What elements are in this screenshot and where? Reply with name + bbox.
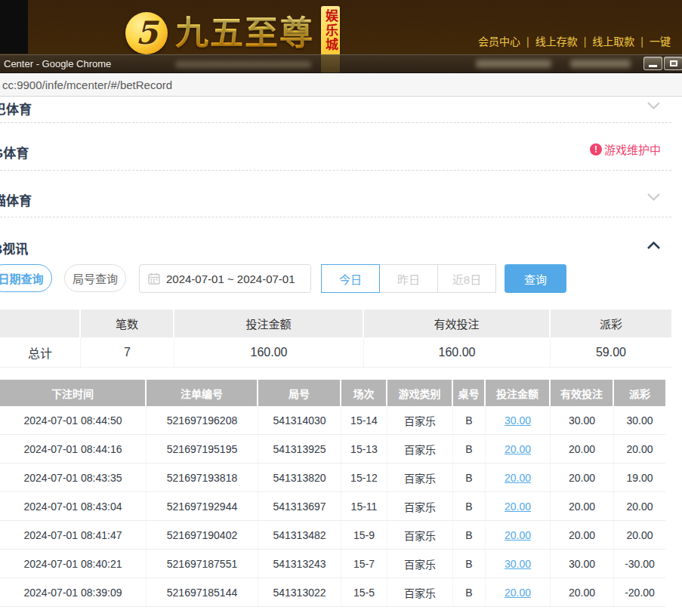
bet-amount-link[interactable]: 30.00 [505, 558, 531, 570]
today-button[interactable]: 今日 [321, 264, 380, 293]
cell-session: 15-11 [341, 492, 387, 520]
summary-total-valid: 160.00 [364, 337, 551, 367]
cell-payout: -20.00 [614, 578, 665, 606]
section-divider [0, 170, 671, 171]
cell-table: B [453, 578, 486, 606]
chrome-urlbar[interactable]: cc:9900/infe/mcenter/#/betRecord [0, 73, 682, 97]
blurred-text [476, 60, 551, 68]
nav-onekey[interactable]: 一键 [650, 35, 671, 48]
cell-time: 2024-07-01 08:43:04 [0, 492, 147, 520]
summary-header-row: 笔数 投注金额 有效投注 派彩 [0, 310, 671, 337]
bet-amount-link[interactable]: 20.00 [505, 587, 531, 599]
section-ba-sports[interactable]: 巴体育 [0, 94, 682, 120]
cell-bet: 30.00 [486, 550, 551, 578]
last-8-days-button[interactable]: 近8日 [437, 264, 496, 293]
blurred-text [570, 60, 631, 68]
top-nav: 会员中心|线上存款|线上取款|一键 [473, 33, 676, 48]
bet-amount-link[interactable]: 20.00 [505, 443, 531, 455]
cell-game: 百家乐 [387, 521, 453, 549]
cell-payout: 19.00 [614, 464, 665, 491]
chrome-titlebar[interactable]: Center - Google Chrome [0, 54, 682, 73]
cell-order: 521697190402 [147, 521, 258, 549]
blurred-text [175, 61, 311, 68]
chevron-up-icon[interactable] [647, 240, 661, 251]
cell-valid: 20.00 [551, 492, 614, 520]
table-row: 2024-07-01 08:43:04521697192944541313697… [0, 492, 665, 521]
bet-amount-link[interactable]: 30.00 [505, 414, 531, 427]
cell-game: 百家乐 [387, 578, 453, 606]
cell-valid: 30.00 [551, 550, 614, 578]
summary-total-payout: 59.00 [551, 337, 671, 367]
table-row: 2024-07-01 08:44:16521697195195541313925… [0, 435, 665, 464]
cell-valid: 20.00 [551, 578, 614, 606]
filter-bar: 日期查询 局号查询 2024-07-01 ~ 2024-07-01 今日 昨日 … [0, 264, 682, 293]
calendar-icon [148, 273, 160, 285]
summary-total-row: 总计 7 160.00 160.00 59.00 [0, 337, 671, 368]
cell-payout: 30.00 [614, 406, 665, 434]
cell-order: 521697195195 [147, 435, 258, 463]
cell-valid: 20.00 [551, 435, 614, 463]
bet-table-header-row: 下注时间注单编号局号场次游戏类别桌号投注金额有效投注派彩 [0, 380, 665, 406]
cell-order: 521697193818 [147, 464, 258, 491]
cell-time: 2024-07-01 08:40:21 [0, 550, 147, 578]
minimize-icon [649, 65, 657, 67]
date-range-input[interactable]: 2024-07-01 ~ 2024-07-01 [139, 264, 311, 293]
cell-session: 15-5 [341, 578, 387, 606]
chevron-down-icon[interactable] [647, 100, 661, 111]
yesterday-button[interactable]: 昨日 [379, 264, 438, 293]
nav-separator: | [640, 35, 643, 48]
cell-game: 百家乐 [387, 492, 453, 520]
bet-amount-link[interactable]: 20.00 [505, 529, 531, 541]
bet-record-page: 巴体育 G体育 ! 游戏维护中 猫体育 B视讯 日期查询 局号查询 2024-0… [0, 97, 682, 616]
cell-round: 541313820 [258, 464, 341, 491]
minimize-button[interactable] [643, 57, 662, 70]
cell-game: 百家乐 [387, 435, 453, 463]
cell-round: 541313022 [258, 578, 341, 606]
cell-game: 百家乐 [387, 464, 453, 491]
bet-table-header-session: 场次 [341, 380, 387, 406]
maximize-button[interactable] [664, 57, 682, 70]
section-cat-sports[interactable]: 猫体育 [0, 186, 682, 211]
cell-table: B [453, 464, 486, 491]
cell-session: 15-7 [341, 550, 387, 578]
section-g-sports[interactable]: G体育 ! 游戏维护中 [0, 138, 682, 164]
cell-round: 541313243 [258, 550, 341, 578]
nav-online-deposit[interactable]: 线上存款 [535, 35, 578, 48]
cell-session: 15-14 [341, 406, 387, 434]
nav-online-withdraw[interactable]: 线上取款 [592, 35, 634, 48]
summary-total-count: 7 [81, 337, 174, 367]
bet-table-header-game: 游戏类别 [387, 380, 453, 406]
cell-valid: 20.00 [551, 521, 614, 549]
cell-valid: 20.00 [551, 464, 614, 491]
bet-amount-link[interactable]: 20.00 [505, 500, 531, 513]
cell-order: 521697185144 [147, 578, 258, 606]
table-row: 2024-07-01 08:41:47521697190402541313482… [0, 521, 665, 550]
maintenance-badge: ! 游戏维护中 [590, 141, 661, 157]
cell-game: 百家乐 [387, 406, 453, 434]
nav-separator: | [526, 35, 529, 48]
cell-payout: 20.00 [614, 521, 665, 549]
cell-session: 15-12 [341, 464, 387, 491]
search-button[interactable]: 查询 [505, 264, 566, 293]
section-b-live[interactable]: B视讯 [0, 234, 682, 260]
cell-table: B [453, 521, 486, 549]
section-divider [0, 217, 671, 217]
bet-amount-link[interactable]: 20.00 [505, 472, 531, 484]
nav-member-center[interactable]: 会员中心 [478, 35, 520, 48]
summary-header-payout: 派彩 [551, 310, 671, 337]
nav-separator: | [584, 35, 587, 48]
chevron-down-icon[interactable] [647, 192, 661, 202]
cell-bet: 20.00 [486, 492, 551, 520]
cell-order: 521697192944 [147, 492, 258, 520]
date-query-tab[interactable]: 日期查询 [0, 264, 52, 292]
table-row: 2024-07-01 08:40:21521697187551541313243… [0, 550, 665, 578]
cell-table: B [453, 406, 486, 434]
round-query-tab[interactable]: 局号查询 [64, 264, 126, 292]
cell-bet: 20.00 [486, 578, 551, 606]
bet-table-body: 2024-07-01 08:44:50521697196208541314030… [0, 406, 665, 607]
site-logo-icon: 5 [125, 12, 168, 54]
site-logo-title: 九五至尊 [175, 6, 315, 60]
cell-table: B [453, 492, 486, 520]
url-text[interactable]: cc:9900/infe/mcenter/#/betRecord [0, 79, 172, 91]
cell-order: 521697187551 [147, 550, 258, 578]
